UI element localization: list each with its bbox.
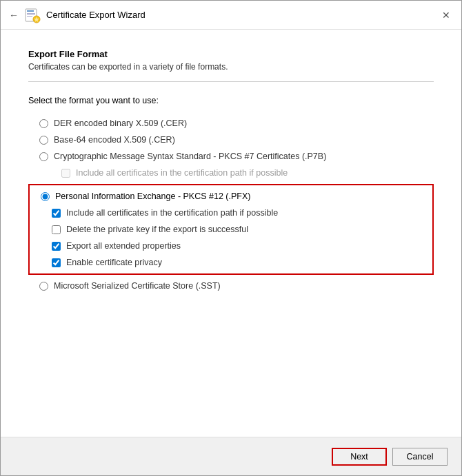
radio-pfx[interactable] <box>41 192 50 201</box>
svg-rect-1 <box>27 10 34 12</box>
certificate-icon <box>24 7 41 23</box>
title-bar: ← Certificate Export Wizard ✕ <box>1 1 461 30</box>
radio-pkcs7-label: Cryptographic Message Syntax Standard - … <box>54 152 326 161</box>
format-label: Select the format you want to use: <box>28 96 434 105</box>
main-content: Export File Format Certificates can be e… <box>1 30 461 437</box>
svg-rect-4 <box>27 16 32 17</box>
divider <box>28 81 434 82</box>
title-bar-left: ← Certificate Export Wizard <box>9 7 145 23</box>
footer: Next Cancel <box>1 437 461 475</box>
radio-base64[interactable] <box>39 136 48 145</box>
radio-base64-label: Base-64 encoded X.509 (.CER) <box>54 135 175 145</box>
checkbox-item-certpath[interactable]: Include all certificates in the certific… <box>52 205 432 221</box>
radio-sst-label: Microsoft Serialized Certificate Store (… <box>54 281 221 291</box>
checkbox-deletekey-label: Delete the private key if the export is … <box>66 225 248 234</box>
radio-pfx-label: Personal Information Exchange - PKCS #12… <box>55 192 250 201</box>
pfx-section: Personal Information Exchange - PKCS #12… <box>28 184 434 275</box>
dialog-title: Certificate Export Wizard <box>46 10 145 20</box>
radio-item-pfx[interactable]: Personal Information Exchange - PKCS #12… <box>30 188 432 205</box>
checkbox-item-deletekey[interactable]: Delete the private key if the export is … <box>52 221 432 238</box>
certificate-export-wizard-dialog: ← Certificate Export Wizard ✕ Export Fil… <box>0 0 462 476</box>
checkbox-certpath-label: Include all certificates in the certific… <box>66 208 278 218</box>
radio-pkcs7[interactable] <box>39 152 48 161</box>
format-radio-group: DER encoded binary X.509 (.CER) Base-64 … <box>28 115 434 294</box>
radio-der-label: DER encoded binary X.509 (.CER) <box>54 118 187 128</box>
checkbox-item-extprops[interactable]: Export all extended properties <box>52 238 432 254</box>
checkbox-pkcs7-certpath[interactable] <box>61 169 70 178</box>
next-button[interactable]: Next <box>332 448 387 466</box>
checkbox-extprops-label: Export all extended properties <box>66 241 181 251</box>
radio-sst[interactable] <box>39 282 48 291</box>
checkbox-item-privacy[interactable]: Enable certificate privacy <box>52 254 432 271</box>
radio-item-der[interactable]: DER encoded binary X.509 (.CER) <box>28 115 434 132</box>
svg-rect-2 <box>27 13 35 14</box>
checkbox-privacy-label: Enable certificate privacy <box>66 258 162 267</box>
cancel-button[interactable]: Cancel <box>392 448 448 466</box>
radio-der[interactable] <box>39 119 48 128</box>
close-button[interactable]: ✕ <box>439 8 453 22</box>
radio-item-pkcs7[interactable]: Cryptographic Message Syntax Standard - … <box>28 148 434 165</box>
checkbox-extprops[interactable] <box>52 242 61 251</box>
pkcs7-checkbox-item: Include all certificates in the certific… <box>28 165 434 181</box>
back-button[interactable]: ← <box>9 10 19 21</box>
checkbox-privacy[interactable] <box>52 258 61 267</box>
radio-item-sst[interactable]: Microsoft Serialized Certificate Store (… <box>28 278 434 294</box>
checkbox-pkcs7-certpath-label: Include all certificates in the certific… <box>76 168 288 178</box>
section-title: Export File Format <box>28 49 434 59</box>
pfx-checkboxes: Include all certificates in the certific… <box>30 205 432 271</box>
section-description: Certificates can be exported in a variet… <box>28 62 434 72</box>
radio-item-base64[interactable]: Base-64 encoded X.509 (.CER) <box>28 132 434 148</box>
checkbox-deletekey[interactable] <box>52 225 61 234</box>
svg-rect-3 <box>27 14 35 15</box>
checkbox-certpath[interactable] <box>52 209 61 218</box>
